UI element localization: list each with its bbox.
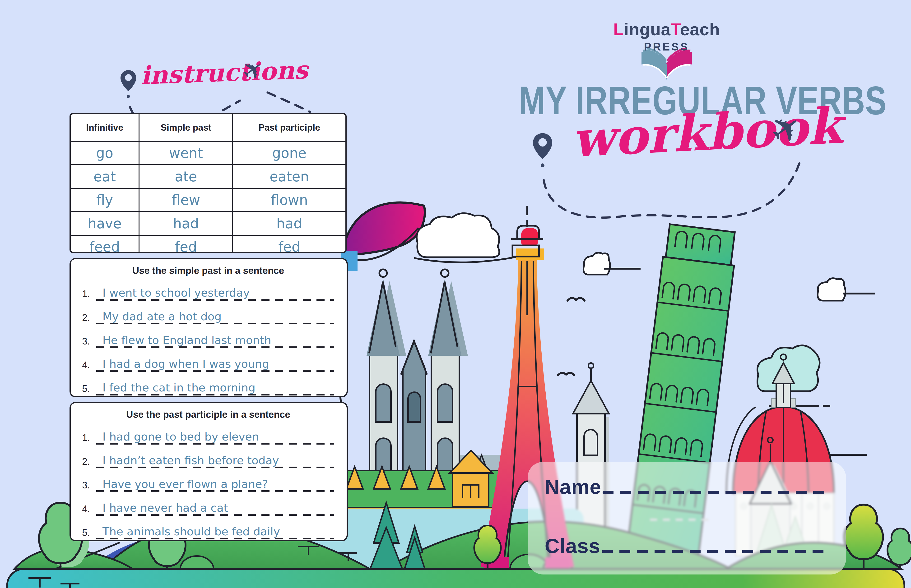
location-pin-icon xyxy=(532,132,553,169)
verb-cell: go xyxy=(71,141,139,165)
class-write-in-line xyxy=(602,550,829,553)
write-in-line xyxy=(96,370,334,372)
verb-cell: went xyxy=(139,141,233,165)
sentence-line: 1. I had gone to bed by eleven xyxy=(82,421,334,444)
verb-cell: eaten xyxy=(233,165,345,188)
past-participle-worksheet-box: Use the past participle in a sentence 1.… xyxy=(70,402,348,541)
verb-cell: flew xyxy=(139,188,233,212)
handwritten-answer: I have never had a cat xyxy=(96,502,334,514)
write-in-line xyxy=(96,346,334,348)
verb-cell: ate xyxy=(139,165,233,188)
workbook-cover: LinguaTeach PRESS MY IRREGULAR VERBS wor… xyxy=(0,0,911,588)
item-number: 1. xyxy=(82,289,96,300)
write-in-line xyxy=(96,467,334,468)
sentence-line: 5. The animals should be fed daily xyxy=(82,516,334,540)
handwritten-answer: I had gone to bed by eleven xyxy=(96,431,334,443)
write-in-line xyxy=(96,394,334,396)
handwritten-answer: He flew to England last month xyxy=(96,334,334,346)
name-label: Name xyxy=(545,477,601,497)
table-row: eat ate eaten xyxy=(71,165,345,188)
verb-cell: eat xyxy=(71,165,139,188)
name-write-in-line xyxy=(603,491,829,494)
table-row: feed fed fed xyxy=(71,235,345,253)
sentence-line: 4. I have never had a cat xyxy=(82,492,334,516)
verb-cell: feed xyxy=(71,235,139,253)
verb-cell: fed xyxy=(139,235,233,253)
simple-past-worksheet-box: Use the simple past in a sentence 1. I w… xyxy=(70,258,348,397)
table-row: have had had xyxy=(71,212,345,235)
item-number: 4. xyxy=(82,360,96,372)
sentence-line: 5. I fed the cat in the morning xyxy=(82,372,334,396)
table-row: go went gone xyxy=(71,141,345,165)
column-header-simple-past: Simple past xyxy=(139,114,233,141)
verb-cell: fed xyxy=(233,235,345,253)
table-row: fly flew flown xyxy=(71,188,345,212)
sentence-line: 2. I hadn’t eaten fish before today xyxy=(82,444,334,468)
verb-cell: had xyxy=(233,212,345,235)
write-in-line xyxy=(96,323,334,324)
section-title: Use the past participle in a sentence xyxy=(82,409,334,420)
write-in-line xyxy=(96,490,334,492)
item-number: 5. xyxy=(82,527,96,540)
handwritten-answer: I hadn’t eaten fish before today xyxy=(96,454,334,467)
handwritten-answer: My dad ate a hot dog xyxy=(96,310,334,323)
page-subtitle: workbook xyxy=(571,104,777,164)
item-number: 3. xyxy=(82,480,96,492)
handwritten-answer: The animals should be fed daily xyxy=(96,525,334,538)
column-header-past-participle: Past participle xyxy=(233,114,345,141)
verb-cell: flown xyxy=(233,188,345,212)
sentence-line: 3. Have you ever flown a plane? xyxy=(82,468,334,492)
student-info-panel: Name Class xyxy=(528,462,846,575)
item-number: 2. xyxy=(82,312,96,324)
location-pin-icon xyxy=(120,69,137,100)
handwritten-answer: I went to school yesterday xyxy=(96,287,334,299)
item-number: 2. xyxy=(82,456,96,468)
write-in-line xyxy=(96,514,334,516)
publisher-logo: LinguaTeach PRESS xyxy=(610,21,723,83)
column-header-infinitive: Infinitive xyxy=(71,114,139,141)
class-label: Class xyxy=(545,536,600,556)
verb-cell: had xyxy=(139,212,233,235)
sentence-line: 1. I went to school yesterday xyxy=(82,277,334,300)
verb-cell: have xyxy=(71,212,139,235)
publisher-name: LinguaTeach xyxy=(610,21,723,38)
item-number: 3. xyxy=(82,336,96,348)
irregular-verbs-table: Infinitive Simple past Past participle g… xyxy=(70,113,346,253)
handwritten-answer: I had a dog when I was young xyxy=(96,358,334,370)
sentence-line: 2. My dad ate a hot dog xyxy=(82,300,334,324)
handwritten-answer: Have you ever flown a plane? xyxy=(96,478,334,490)
item-number: 1. xyxy=(82,433,96,444)
class-row: Class xyxy=(545,536,829,556)
verb-cell: fly xyxy=(71,188,139,212)
logo-letter-t: T xyxy=(671,20,680,39)
handwritten-answer: I fed the cat in the morning xyxy=(96,381,334,394)
write-in-line xyxy=(96,538,334,540)
item-number: 4. xyxy=(82,504,96,516)
write-in-line xyxy=(96,299,334,300)
section-title: Use the simple past in a sentence xyxy=(82,265,334,276)
write-in-line xyxy=(96,443,334,444)
bird-icons xyxy=(558,298,584,375)
sentence-line: 4. I had a dog when I was young xyxy=(82,348,334,372)
publisher-imprint: PRESS xyxy=(610,40,723,53)
name-row: Name xyxy=(545,477,829,497)
item-number: 5. xyxy=(82,383,96,396)
sentence-line: 3. He flew to England last month xyxy=(82,324,334,348)
verb-cell: gone xyxy=(233,141,345,165)
logo-letter-l: L xyxy=(613,20,624,39)
